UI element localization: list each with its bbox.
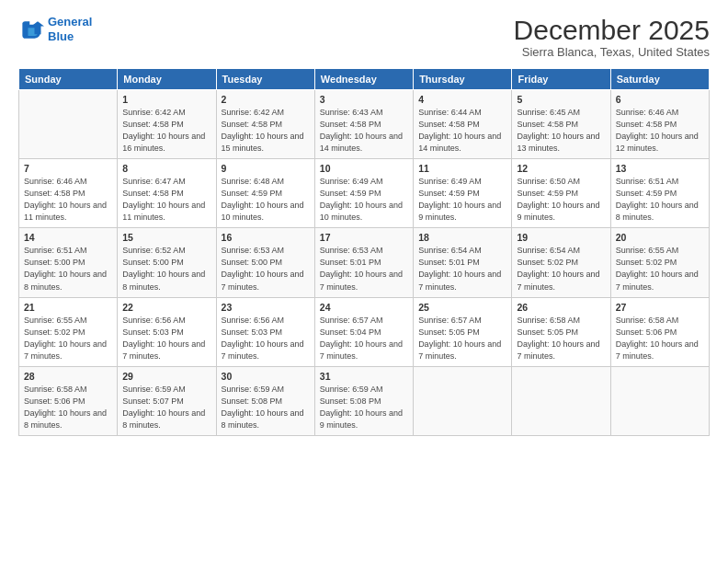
page: General Blue December 2025 Sierra Blanca… — [0, 0, 728, 563]
logo-line2: Blue — [48, 29, 74, 43]
day-cell: 21 Sunrise: 6:55 AMSunset: 5:02 PMDaylig… — [19, 297, 118, 366]
day-number: 25 — [418, 302, 506, 313]
day-number: 1 — [122, 94, 210, 105]
day-cell: 6 Sunrise: 6:46 AMSunset: 4:58 PMDayligh… — [610, 90, 709, 159]
day-number: 31 — [320, 371, 408, 382]
day-cell: 28 Sunrise: 6:58 AMSunset: 5:06 PMDaylig… — [19, 366, 118, 435]
day-number: 29 — [122, 371, 210, 382]
day-info: Sunrise: 6:43 AMSunset: 4:58 PMDaylight:… — [320, 107, 408, 155]
day-cell — [19, 90, 118, 159]
week-row-1: 1 Sunrise: 6:42 AMSunset: 4:58 PMDayligh… — [19, 90, 710, 159]
day-cell — [610, 366, 709, 435]
day-info: Sunrise: 6:47 AMSunset: 4:58 PMDaylight:… — [122, 176, 210, 224]
calendar-table: Sunday Monday Tuesday Wednesday Thursday… — [18, 68, 710, 436]
day-info: Sunrise: 6:46 AMSunset: 4:58 PMDaylight:… — [616, 107, 704, 155]
day-info: Sunrise: 6:58 AMSunset: 5:05 PMDaylight:… — [517, 315, 605, 362]
day-cell: 8 Sunrise: 6:47 AMSunset: 4:58 PMDayligh… — [118, 159, 216, 228]
day-info: Sunrise: 6:50 AMSunset: 4:59 PMDaylight:… — [517, 176, 605, 224]
day-cell: 15 Sunrise: 6:52 AMSunset: 5:00 PMDaylig… — [118, 228, 216, 297]
day-number: 26 — [517, 302, 605, 313]
day-number: 15 — [122, 232, 210, 243]
day-cell: 22 Sunrise: 6:56 AMSunset: 5:03 PMDaylig… — [118, 297, 216, 366]
day-info: Sunrise: 6:42 AMSunset: 4:58 PMDaylight:… — [122, 107, 210, 155]
day-number: 4 — [418, 94, 506, 105]
day-info: Sunrise: 6:58 AMSunset: 5:06 PMDaylight:… — [24, 384, 112, 431]
day-number: 12 — [517, 163, 605, 174]
day-cell: 24 Sunrise: 6:57 AMSunset: 5:04 PMDaylig… — [314, 297, 413, 366]
day-cell: 31 Sunrise: 6:59 AMSunset: 5:08 PMDaylig… — [314, 366, 413, 435]
day-info: Sunrise: 6:45 AMSunset: 4:58 PMDaylight:… — [517, 107, 605, 155]
col-sunday: Sunday — [19, 69, 118, 90]
day-number: 19 — [517, 232, 605, 243]
day-number: 20 — [616, 232, 704, 243]
day-cell: 27 Sunrise: 6:58 AMSunset: 5:06 PMDaylig… — [610, 297, 709, 366]
day-number: 21 — [24, 302, 112, 313]
day-cell: 23 Sunrise: 6:56 AMSunset: 5:03 PMDaylig… — [216, 297, 314, 366]
day-cell: 25 Sunrise: 6:57 AMSunset: 5:05 PMDaylig… — [414, 297, 512, 366]
day-info: Sunrise: 6:52 AMSunset: 5:00 PMDaylight:… — [122, 245, 210, 293]
day-number: 2 — [222, 94, 310, 105]
day-cell — [414, 366, 512, 435]
day-cell: 7 Sunrise: 6:46 AMSunset: 4:58 PMDayligh… — [19, 159, 118, 228]
day-number: 8 — [122, 163, 210, 174]
day-info: Sunrise: 6:54 AMSunset: 5:02 PMDaylight:… — [517, 245, 605, 293]
day-cell: 16 Sunrise: 6:53 AMSunset: 5:00 PMDaylig… — [216, 228, 314, 297]
day-number: 3 — [320, 94, 408, 105]
day-info: Sunrise: 6:56 AMSunset: 5:03 PMDaylight:… — [222, 315, 310, 362]
day-info: Sunrise: 6:54 AMSunset: 5:01 PMDaylight:… — [418, 245, 506, 293]
logo-line1: General — [48, 15, 92, 29]
location-subtitle: Sierra Blanca, Texas, United States — [514, 45, 710, 59]
day-info: Sunrise: 6:57 AMSunset: 5:04 PMDaylight:… — [320, 315, 408, 362]
day-number: 13 — [616, 163, 704, 174]
day-info: Sunrise: 6:51 AMSunset: 5:00 PMDaylight:… — [24, 245, 112, 293]
day-info: Sunrise: 6:56 AMSunset: 5:03 PMDaylight:… — [122, 315, 210, 362]
col-monday: Monday — [118, 69, 216, 90]
day-cell: 30 Sunrise: 6:59 AMSunset: 5:08 PMDaylig… — [216, 366, 314, 435]
day-info: Sunrise: 6:51 AMSunset: 4:59 PMDaylight:… — [616, 176, 704, 224]
day-cell: 12 Sunrise: 6:50 AMSunset: 4:59 PMDaylig… — [512, 159, 610, 228]
day-info: Sunrise: 6:59 AMSunset: 5:07 PMDaylight:… — [122, 384, 210, 431]
day-number: 24 — [320, 302, 408, 313]
day-number: 14 — [24, 232, 112, 243]
day-number: 16 — [222, 232, 310, 243]
day-cell: 18 Sunrise: 6:54 AMSunset: 5:01 PMDaylig… — [414, 228, 512, 297]
day-info: Sunrise: 6:58 AMSunset: 5:06 PMDaylight:… — [616, 315, 704, 362]
col-saturday: Saturday — [610, 69, 709, 90]
day-cell: 9 Sunrise: 6:48 AMSunset: 4:59 PMDayligh… — [216, 159, 314, 228]
day-cell: 5 Sunrise: 6:45 AMSunset: 4:58 PMDayligh… — [512, 90, 610, 159]
logo: General Blue — [18, 15, 92, 43]
day-number: 30 — [222, 371, 310, 382]
day-cell — [512, 366, 610, 435]
day-number: 9 — [222, 163, 310, 174]
day-info: Sunrise: 6:59 AMSunset: 5:08 PMDaylight:… — [222, 384, 310, 431]
month-title: December 2025 — [514, 15, 710, 45]
day-cell: 11 Sunrise: 6:49 AMSunset: 4:59 PMDaylig… — [414, 159, 512, 228]
day-number: 22 — [122, 302, 210, 313]
day-number: 11 — [418, 163, 506, 174]
logo-text: General Blue — [48, 15, 92, 43]
week-row-5: 28 Sunrise: 6:58 AMSunset: 5:06 PMDaylig… — [19, 366, 710, 435]
day-info: Sunrise: 6:42 AMSunset: 4:58 PMDaylight:… — [222, 107, 310, 155]
day-info: Sunrise: 6:49 AMSunset: 4:59 PMDaylight:… — [320, 176, 408, 224]
day-cell: 19 Sunrise: 6:54 AMSunset: 5:02 PMDaylig… — [512, 228, 610, 297]
day-number: 7 — [24, 163, 112, 174]
day-cell: 20 Sunrise: 6:55 AMSunset: 5:02 PMDaylig… — [610, 228, 709, 297]
day-number: 17 — [320, 232, 408, 243]
day-number: 27 — [616, 302, 704, 313]
day-number: 28 — [24, 371, 112, 382]
day-number: 6 — [616, 94, 704, 105]
col-thursday: Thursday — [414, 69, 512, 90]
logo-icon — [18, 17, 44, 42]
day-cell: 3 Sunrise: 6:43 AMSunset: 4:58 PMDayligh… — [314, 90, 413, 159]
day-cell: 2 Sunrise: 6:42 AMSunset: 4:58 PMDayligh… — [216, 90, 314, 159]
day-info: Sunrise: 6:55 AMSunset: 5:02 PMDaylight:… — [616, 245, 704, 293]
week-row-4: 21 Sunrise: 6:55 AMSunset: 5:02 PMDaylig… — [19, 297, 710, 366]
week-row-3: 14 Sunrise: 6:51 AMSunset: 5:00 PMDaylig… — [19, 228, 710, 297]
day-info: Sunrise: 6:55 AMSunset: 5:02 PMDaylight:… — [24, 315, 112, 362]
day-cell: 1 Sunrise: 6:42 AMSunset: 4:58 PMDayligh… — [118, 90, 216, 159]
title-block: December 2025 Sierra Blanca, Texas, Unit… — [514, 15, 710, 59]
header: General Blue December 2025 Sierra Blanca… — [18, 15, 710, 59]
col-tuesday: Tuesday — [216, 69, 314, 90]
day-cell: 26 Sunrise: 6:58 AMSunset: 5:05 PMDaylig… — [512, 297, 610, 366]
day-info: Sunrise: 6:49 AMSunset: 4:59 PMDaylight:… — [418, 176, 506, 224]
